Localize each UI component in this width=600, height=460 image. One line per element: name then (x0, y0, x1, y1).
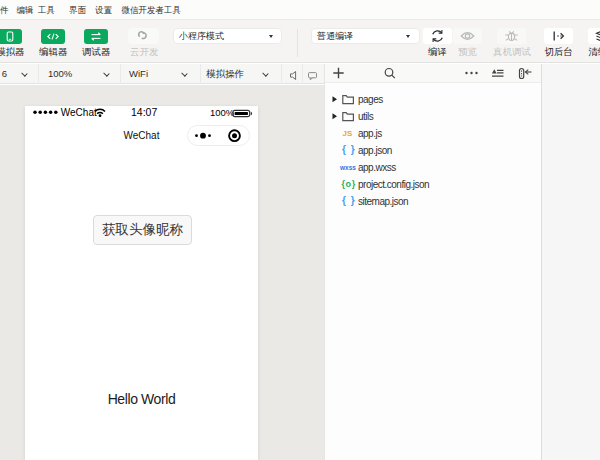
svg-text:14:07: 14:07 (131, 106, 157, 118)
svg-text:100%: 100% (210, 107, 235, 118)
svg-text:WeChat: WeChat (61, 107, 97, 118)
